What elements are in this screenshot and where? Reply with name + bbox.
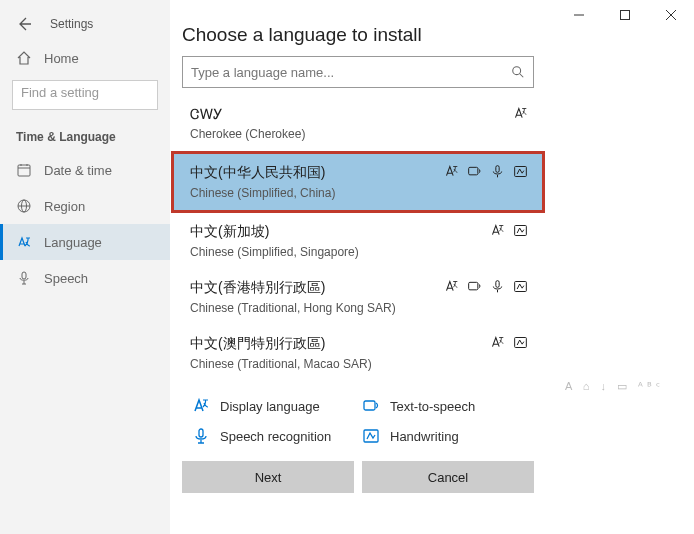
svg-rect-20 [515,282,527,292]
speech-icon [490,164,505,182]
handwriting-icon [513,279,528,297]
sidebar-item-label: Speech [44,271,88,286]
dialog-title: Choose a language to install [174,10,542,56]
tts-icon [467,279,482,297]
legend-speech-recognition: Speech recognition [192,427,354,445]
legend-label: Handwriting [390,429,459,444]
language-english-name: Chinese (Simplified, Singapore) [190,245,528,259]
search-icon [511,65,525,79]
svg-rect-14 [469,167,478,175]
display-icon [444,279,459,297]
language-list: ᏣᎳᎩCherokee (Cherokee)中文(中华人民共和国)Chinese… [174,96,542,381]
sidebar-section-header: Time & Language [0,116,170,152]
mic-icon [16,270,32,286]
handwriting-icon [513,164,528,182]
next-button[interactable]: Next [182,461,354,493]
legend-label: Display language [220,399,320,414]
svg-rect-11 [22,272,26,279]
svg-rect-23 [199,429,203,437]
language-search-input[interactable] [191,65,511,80]
svg-line-13 [520,74,524,78]
display-icon [490,223,505,241]
svg-rect-19 [496,281,499,288]
tts-icon [467,164,482,182]
language-english-name: Chinese (Traditional, Hong Kong SAR) [190,301,528,315]
legend-handwriting: Handwriting [362,427,524,445]
globe-icon [16,198,32,214]
svg-rect-24 [364,430,378,442]
language-item[interactable]: 中文(澳門特別行政區)Chinese (Traditional, Macao S… [174,325,542,381]
language-native-name: 中文(澳門特別行政區) [190,335,528,353]
install-language-dialog: Choose a language to install ᏣᎳᎩCherokee… [174,10,542,501]
svg-rect-4 [18,165,30,176]
svg-rect-1 [621,11,630,20]
legend-label: Text-to-speech [390,399,475,414]
back-arrow-icon [16,16,32,32]
language-feature-icons [444,164,528,182]
language-search-box[interactable] [182,56,534,88]
back-button[interactable]: Settings [0,12,170,42]
legend-label: Speech recognition [220,429,331,444]
language-feature-icons [444,279,528,297]
handwriting-icon [513,223,528,241]
language-item[interactable]: 中文(香港特別行政區)Chinese (Traditional, Hong Ko… [174,269,542,325]
sidebar-item-label: Language [44,235,102,250]
display-icon [490,335,505,353]
display-language-icon [192,397,210,415]
maximize-button[interactable] [602,0,648,30]
language-english-name: Chinese (Simplified, China) [190,186,528,200]
sidebar-item-region[interactable]: Region [0,188,170,224]
sidebar-item-date-time[interactable]: Date & time [0,152,170,188]
language-feature-icons [490,223,528,241]
sidebar-item-language[interactable]: Language [0,224,170,260]
feature-icons-row: A ⌂ ↓ ▭ ᴬᴮᶜ [565,380,664,393]
window-title: Settings [50,17,93,31]
find-placeholder: Find a setting [21,85,99,100]
minimize-button[interactable] [556,0,602,30]
speech-recognition-icon [192,427,210,445]
home-label: Home [44,51,79,66]
calendar-icon [16,162,32,178]
close-button[interactable] [648,0,694,30]
svg-point-12 [513,67,521,75]
language-icon [16,234,32,250]
sidebar-item-label: Date & time [44,163,112,178]
sidebar-item-label: Region [44,199,85,214]
text-to-speech-icon [362,397,380,415]
sidebar-home[interactable]: Home [0,42,170,74]
language-native-name: ᏣᎳᎩ [190,106,528,123]
svg-rect-15 [496,166,499,173]
language-item[interactable]: ᏣᎳᎩCherokee (Cherokee) [174,96,542,151]
language-english-name: Chinese (Traditional, Macao SAR) [190,357,528,371]
legend-text-to-speech: Text-to-speech [362,397,524,415]
language-english-name: Cherokee (Cherokee) [190,127,528,141]
cancel-button[interactable]: Cancel [362,461,534,493]
svg-rect-17 [515,226,527,236]
svg-rect-21 [515,338,527,348]
sidebar-item-speech[interactable]: Speech [0,260,170,296]
language-item[interactable]: 中文(中华人民共和国)Chinese (Simplified, China) [171,151,545,213]
settings-sidebar: Settings Home Find a setting Time & Lang… [0,0,170,534]
language-native-name: 中文(新加坡) [190,223,528,241]
svg-rect-16 [515,167,527,177]
language-feature-icons [513,106,528,124]
handwriting-icon [513,335,528,353]
home-icon [16,50,32,66]
handwriting-icon [362,427,380,445]
svg-rect-18 [469,282,478,290]
language-feature-icons [490,335,528,353]
svg-rect-22 [364,401,375,410]
display-icon [444,164,459,182]
speech-icon [490,279,505,297]
language-item[interactable]: 中文(新加坡)Chinese (Simplified, Singapore) [174,213,542,269]
legend-display-language: Display language [192,397,354,415]
find-setting-input[interactable]: Find a setting [12,80,158,110]
display-icon [513,106,528,124]
